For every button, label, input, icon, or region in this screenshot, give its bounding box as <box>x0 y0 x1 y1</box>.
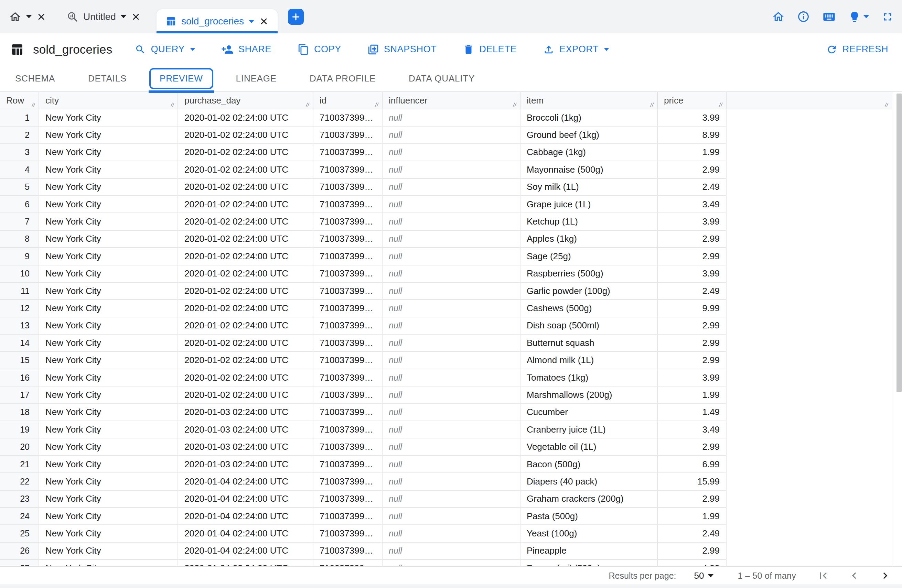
cell-id: 710037399… <box>313 438 382 455</box>
page-size-value: 50 <box>694 571 704 581</box>
column-resize-handle-icon[interactable] <box>511 101 517 108</box>
export-icon <box>543 44 554 55</box>
button-label: SNAPSHOT <box>384 44 437 55</box>
query-icon <box>67 11 78 23</box>
copy-button[interactable]: COPY <box>298 44 341 55</box>
tab-untitled[interactable]: Untitled <box>58 0 150 33</box>
tab-sold-groceries-caret-icon[interactable] <box>249 20 254 23</box>
tab-sold-groceries[interactable]: sold_groceries <box>157 9 278 33</box>
cell-row: 3 <box>0 144 39 161</box>
export-button[interactable]: EXPORT <box>543 44 609 55</box>
cell-city: New York City <box>39 196 178 213</box>
cell-price: 2.49 <box>658 525 727 541</box>
table-row: 19New York City2020-01-03 02:24:00 UTC71… <box>0 421 727 438</box>
column-resize-handle-icon[interactable] <box>882 101 889 108</box>
cell-item: Frozen fruit (500g) <box>520 560 658 566</box>
home-tab-caret-icon[interactable] <box>26 15 32 18</box>
table-row: 6New York City2020-01-02 02:24:00 UTC710… <box>0 196 727 213</box>
cell-influencer: null <box>382 369 520 386</box>
tab-lineage[interactable]: LINEAGE <box>236 73 277 84</box>
cell-price: 1.99 <box>658 508 727 524</box>
home-tab[interactable] <box>0 11 46 23</box>
cell-purchase_day: 2020-01-02 02:24:00 UTC <box>178 283 313 299</box>
cell-price: 2.49 <box>658 179 727 195</box>
tab-untitled-caret-icon[interactable] <box>121 15 126 18</box>
column-resize-handle-icon[interactable] <box>168 101 175 108</box>
column-resize-handle-icon[interactable] <box>373 101 379 108</box>
delete-button[interactable]: DELETE <box>463 44 517 55</box>
fullscreen-icon[interactable] <box>882 11 894 23</box>
cell-item: Grape juice (1L) <box>520 196 658 213</box>
tab-data-profile[interactable]: DATA PROFILE <box>310 73 376 84</box>
cell-id: 710037399… <box>313 144 382 161</box>
tab-details[interactable]: DETAILS <box>88 73 127 84</box>
tab-preview[interactable]: PREVIEW <box>149 68 213 89</box>
tab-schema[interactable]: SCHEMA <box>15 73 55 84</box>
cell-city: New York City <box>39 283 178 299</box>
cell-id: 710037399… <box>313 213 382 230</box>
cell-city: New York City <box>39 438 178 455</box>
cell-purchase_day: 2020-01-03 02:24:00 UTC <box>178 421 313 438</box>
cell-price: 2.99 <box>658 352 727 368</box>
cell-id: 710037399… <box>313 127 382 143</box>
cell-city: New York City <box>39 213 178 230</box>
column-resize-handle-icon[interactable] <box>717 101 723 108</box>
cell-item: Cashews (500g) <box>520 300 658 316</box>
cell-price: 2.99 <box>658 231 727 247</box>
cell-id: 710037399… <box>313 317 382 334</box>
page-size-select[interactable]: 50 <box>694 571 714 581</box>
cell-city: New York City <box>39 508 178 524</box>
cell-price: 2.99 <box>658 543 727 559</box>
vertical-scrollbar-thumb[interactable] <box>896 94 902 392</box>
column-header-influencer[interactable]: influencer <box>382 92 520 109</box>
column-header-city[interactable]: city <box>39 92 178 109</box>
column-header-item[interactable]: item <box>520 92 658 109</box>
cell-item: Cucumber <box>520 404 658 421</box>
cell-purchase_day: 2020-01-04 02:24:00 UTC <box>178 508 313 524</box>
refresh-button[interactable]: REFRESH <box>826 44 888 55</box>
info-icon[interactable] <box>797 10 810 23</box>
first-page-button[interactable] <box>817 569 830 582</box>
cell-item: Ground beef (1kg) <box>520 127 658 143</box>
home-tab-close-icon[interactable] <box>36 12 46 22</box>
cell-purchase_day: 2020-01-04 02:24:00 UTC <box>178 525 313 541</box>
cell-city: New York City <box>39 109 178 126</box>
cell-item: Yeast (100g) <box>520 525 658 541</box>
keyboard-shortcuts-icon[interactable] <box>822 10 836 24</box>
cell-item: Vegetable oil (1L) <box>520 438 658 455</box>
snapshot-button[interactable]: SNAPSHOT <box>367 44 437 55</box>
page-title: sold_groceries <box>33 43 112 56</box>
column-header-Row[interactable]: Row <box>0 92 39 109</box>
tab-sold-groceries-close-icon[interactable] <box>259 17 269 26</box>
cell-influencer: null <box>382 543 520 559</box>
column-header-purchase_day[interactable]: purchase_day <box>178 92 313 109</box>
column-header-price[interactable]: price <box>658 92 727 109</box>
cell-city: New York City <box>39 404 178 421</box>
tab-untitled-close-icon[interactable] <box>131 12 141 22</box>
column-header-filler[interactable] <box>727 92 892 109</box>
cell-row: 12 <box>0 300 39 316</box>
column-header-id[interactable]: id <box>313 92 382 109</box>
home-icon[interactable] <box>9 11 21 23</box>
column-resize-handle-icon[interactable] <box>304 101 310 108</box>
cell-id: 710037399… <box>313 421 382 438</box>
table-row: 4New York City2020-01-02 02:24:00 UTC710… <box>0 161 727 178</box>
table-row: 18New York City2020-01-03 02:24:00 UTC71… <box>0 404 727 421</box>
next-page-button[interactable] <box>879 569 892 582</box>
cell-id: 710037399… <box>313 543 382 559</box>
home-icon[interactable] <box>772 10 785 23</box>
table-row: 23New York City2020-01-04 02:24:00 UTC71… <box>0 491 727 508</box>
column-resize-handle-icon[interactable] <box>29 101 36 108</box>
table-row: 15New York City2020-01-02 02:24:00 UTC71… <box>0 352 727 369</box>
share-button[interactable]: SHARE <box>221 43 271 56</box>
cell-price: 4.99 <box>658 560 727 566</box>
tips-menu[interactable] <box>848 11 869 23</box>
tab-data-quality[interactable]: DATA QUALITY <box>409 73 475 84</box>
cell-purchase_day: 2020-01-04 02:24:00 UTC <box>178 491 313 507</box>
column-resize-handle-icon[interactable] <box>648 101 654 108</box>
new-tab-button[interactable] <box>288 9 304 25</box>
cell-purchase_day: 2020-01-02 02:24:00 UTC <box>178 335 313 351</box>
cell-purchase_day: 2020-01-02 02:24:00 UTC <box>178 231 313 247</box>
previous-page-button[interactable] <box>848 569 861 582</box>
query-button[interactable]: QUERY <box>135 44 195 55</box>
